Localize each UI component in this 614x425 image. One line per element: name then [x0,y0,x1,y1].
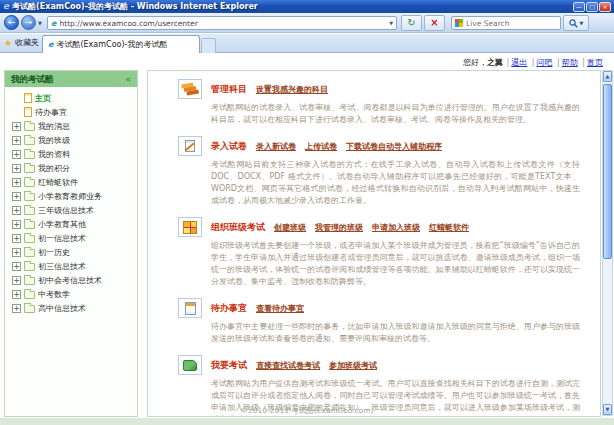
tree-expander-icon[interactable]: + [12,164,21,173]
back-button[interactable]: ← [4,15,19,30]
greeting-text: 您好， [463,58,487,67]
sidebar-item[interactable]: + 高中信息技术 [5,301,137,315]
section-icon-box [178,217,202,237]
class-grid-icon [183,221,197,234]
tree-expander-icon[interactable]: + [12,178,21,187]
search-button[interactable]: ▼ [563,15,589,31]
section-link[interactable]: 创建班级 [274,222,306,233]
section-link[interactable]: 查看待办事宜 [256,303,304,314]
section: 录入试卷 录入新试卷 上传试卷 下载试卷自动导入辅助程序 考试酷网站目前支持三种… [178,136,586,207]
sidebar-item-label: 初三信息技术 [38,261,86,272]
tree-expander-icon[interactable]: + [12,220,21,229]
sidebar-item[interactable]: + 我的资料 [5,147,137,161]
logout-link[interactable]: 退出 [511,58,527,67]
close-button[interactable]: × [599,2,611,12]
folder-icon [24,277,35,285]
sidebar-item[interactable]: + 红蜻蜓软件 [5,175,137,189]
url-input[interactable] [59,19,386,28]
search-dropdown-icon[interactable]: ▼ [580,20,584,26]
section: 待办事宜 查看待办事宜 待办事宜中主要处理一些即时的事务，比如申请加入班级和邀请… [178,298,586,345]
sidebar-item[interactable]: + 小学教育教师业务 [5,189,137,203]
folder-icon [24,249,35,257]
section-title: 我要考试 [211,359,247,372]
maximize-button[interactable]: □ [586,2,598,12]
address-dropdown-icon[interactable]: ▼ [389,20,393,26]
refresh-button[interactable]: ↻ [401,15,422,31]
sidebar-item[interactable]: + 初三信息技术 [5,259,137,273]
search-box[interactable] [451,16,561,30]
tree-expander-icon[interactable]: + [12,304,21,313]
sidebar-item[interactable]: + 中考数学 [5,287,137,301]
folder-icon [24,207,35,215]
sidebar-tree: + 主页 + 待办事宜 + [5,87,137,315]
sidebar-item[interactable]: + 我的积分 [5,161,137,175]
favorites-button[interactable]: ★ 收藏夹 [4,37,39,48]
todo-note-icon [185,302,196,315]
tree-expander-icon[interactable]: + [12,206,21,215]
folder-icon [24,235,35,243]
folder-icon [24,193,35,201]
sidebar-item[interactable]: + 初中会考信息技术 [5,273,137,287]
sidebar-item-label: 我的资料 [38,149,70,160]
tree-expander-icon[interactable]: + [12,248,21,257]
tree-expander-icon[interactable]: + [12,192,21,201]
sidebar-item[interactable]: + 初一信息技术 [5,231,137,245]
bottom-strip [0,418,614,425]
folder-icon [24,179,35,187]
qa-link[interactable]: 问吧 [537,58,553,67]
favorites-star-icon: ★ [4,38,12,48]
sidebar-item[interactable]: + 待办事宜 [5,105,137,119]
tree-expander-icon[interactable]: + [12,150,21,159]
section-title: 录入试卷 [211,140,247,153]
tree-expander-icon[interactable]: + [12,262,21,271]
scroll-up-icon[interactable]: ▲ [603,71,612,82]
section-link[interactable]: 上传试卷 [305,141,337,152]
user-greeting-bar: 您好，之翼 |退出 |问吧 |帮助 |首页 [463,57,604,68]
section-header: 组织班级考试 创建班级 我管理的班级 申请加入班级 红蜻蜓软件 [178,217,586,237]
tree-expander-icon[interactable]: + [12,136,21,145]
stop-button[interactable]: × [424,15,445,31]
section-link[interactable]: 红蜻蜓软件 [429,222,469,233]
title-bar: e 考试酷(ExamCoo)-我的考试酷 - Windows Internet … [0,0,614,13]
address-bar[interactable]: e ▼ [47,16,397,30]
page-content: 您好，之翼 |退出 |问吧 |帮助 |首页 我的考试酷 « + 主页 [0,53,614,425]
sidebar-item[interactable]: + 三年级信息技术 [5,203,137,217]
sidebar-item[interactable]: + 我的班级 [5,133,137,147]
window-title: 考试酷(ExamCoo)-我的考试酷 - Windows Internet Ex… [12,1,573,12]
search-input[interactable] [466,19,563,28]
sidebar-item[interactable]: + 初一历史 [5,245,137,259]
magnifier-icon [569,19,578,28]
section-description: 待办事宜中主要处理一些即时的事务，比如申请加入班级和邀请加入班级的同意与拒绝、用… [211,321,580,345]
tree-expander-icon[interactable]: + [12,234,21,243]
section-link[interactable]: 我管理的班级 [315,222,363,233]
home-link[interactable]: 首页 [587,58,603,67]
tree-expander-icon[interactable]: + [12,276,21,285]
section-link[interactable]: 申请加入班级 [372,222,420,233]
section-description: 考试酷网站目前支持三种录入试卷的方式：在线手工录入试卷、自动导入试卷和上传试卷文… [211,159,580,207]
help-link[interactable]: 帮助 [562,58,578,67]
tab-favicon: e [48,40,53,49]
paper-pencil-icon [185,140,195,152]
section-link[interactable]: 设置我感兴趣的科目 [256,84,328,95]
scrollbar-thumb[interactable] [603,84,612,259]
sidebar-item[interactable]: + 我的消息 [5,119,137,133]
section-link[interactable]: 直接查找试卷考试 [256,360,320,371]
section: 管理科目 设置我感兴趣的科目 考试酷网站的试卷录入、试卷审核、考试、阅卷都是以科… [178,79,586,126]
sidebar-item[interactable]: + 主页 [5,91,137,105]
history-dropdown-icon[interactable]: ▼ [38,20,42,26]
tree-expander-icon[interactable]: + [12,290,21,299]
vertical-scrollbar[interactable]: ▲ ▼ [602,70,613,416]
section-link[interactable]: 参加班级考试 [329,360,377,371]
sidebar-title: 我的考试酷 [11,71,54,87]
collapse-sidebar-icon[interactable]: « [125,71,131,87]
new-tab-stub[interactable] [201,38,216,53]
section-link[interactable]: 下载试卷自动导入辅助程序 [346,141,442,152]
forward-button[interactable]: → [21,15,36,30]
section-link[interactable]: 录入新试卷 [256,141,296,152]
tree-expander-icon[interactable]: + [12,122,21,131]
sidebar-item[interactable]: + 小学教育其他 [5,217,137,231]
exam-book-icon [183,360,197,371]
minimize-button[interactable]: — [573,2,585,12]
sidebar-item-label: 三年级信息技术 [38,205,94,216]
tab-examcoo[interactable]: e 考试酷(ExamCoo)-我的考试酷 [42,35,200,53]
